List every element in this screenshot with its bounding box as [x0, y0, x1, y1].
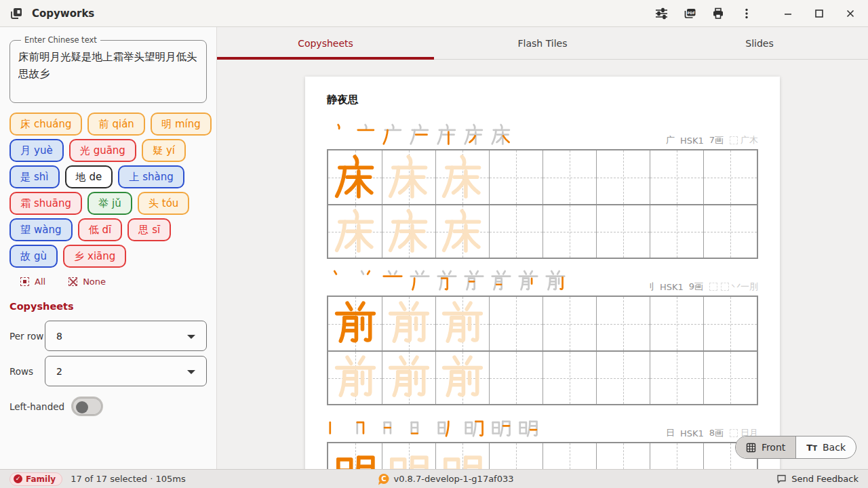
chip-pinyin: chuáng — [34, 118, 71, 130]
practice-cell — [489, 297, 542, 350]
practice-grid — [327, 296, 758, 405]
character-chip[interactable]: 光guāng — [69, 139, 136, 162]
stroke-count: 9画 — [689, 281, 703, 293]
character-chip[interactable]: 地de — [65, 165, 113, 188]
practice-grid — [327, 442, 758, 469]
select-none-label: None — [83, 277, 106, 287]
character-chip[interactable]: 上shàng — [118, 165, 184, 188]
practice-cell — [542, 352, 596, 404]
hanzi-glyph — [544, 270, 567, 293]
character-sections: 广HSK17画广木刂HSK19画丷一刖日HSK18画日月 — [327, 119, 758, 469]
select-none-button[interactable]: None — [68, 277, 106, 287]
copysheets-section-heading: Copysheets — [9, 301, 207, 312]
character-chip[interactable]: 故gù — [9, 245, 58, 268]
pdf-icon: PDF — [683, 7, 696, 20]
grid-icon — [746, 443, 756, 453]
practice-grid — [327, 149, 758, 259]
family-badge[interactable]: ✓ Family — [9, 472, 62, 486]
tab-flash-tiles[interactable]: Flash Tiles — [434, 27, 651, 59]
chip-hanzi: 望 — [20, 224, 31, 237]
menu-button[interactable] — [738, 5, 755, 22]
back-view-button[interactable]: TT Back — [795, 436, 856, 458]
chip-hanzi: 明 — [161, 118, 172, 131]
maximize-button[interactable] — [810, 4, 829, 23]
character-chip[interactable]: 明míng — [151, 113, 212, 136]
chinese-text-label: Enter Chinese text — [21, 35, 100, 45]
print-button[interactable] — [709, 5, 727, 22]
character-chip[interactable]: 是shì — [9, 165, 60, 188]
character-chip[interactable]: 月yuè — [9, 139, 64, 162]
chip-pinyin: yí — [166, 144, 175, 157]
tab-copysheets[interactable]: Copysheets — [217, 27, 434, 59]
front-view-button[interactable]: Front — [736, 436, 795, 458]
chip-pinyin: gù — [34, 250, 47, 262]
left-handed-label: Left-handed — [9, 401, 64, 412]
hanzi-glyph — [408, 416, 431, 439]
chip-pinyin: yuè — [34, 144, 53, 157]
hanzi-glyph — [332, 154, 379, 201]
chip-pinyin: dī — [102, 224, 112, 236]
practice-cell — [382, 205, 435, 258]
chip-hanzi: 疑 — [153, 144, 163, 157]
export-pdf-button[interactable]: PDF — [681, 5, 698, 22]
hanzi-glyph — [385, 208, 433, 256]
settings-sliders-button[interactable] — [652, 5, 670, 22]
per-row-label: Per row — [9, 331, 45, 342]
chip-pinyin: qián — [112, 118, 134, 130]
chip-hanzi: 举 — [98, 197, 108, 210]
practice-cell — [596, 205, 650, 258]
chip-hanzi: 是 — [20, 171, 31, 184]
practice-cell — [650, 443, 703, 469]
chip-row: 是shì地de上shàng — [9, 165, 207, 188]
character-chip[interactable]: 思sī — [127, 218, 171, 241]
send-feedback-button[interactable]: Send Feedback — [776, 474, 859, 484]
radical: 日 — [666, 427, 675, 439]
select-all-icon — [20, 277, 29, 286]
chip-hanzi: 床 — [20, 118, 31, 131]
chip-pinyin: shuāng — [34, 197, 71, 209]
character-chip[interactable]: 低dī — [78, 218, 123, 241]
ids-placeholder-icon — [730, 136, 738, 144]
practice-cell — [435, 297, 489, 350]
character-chip[interactable]: 举jǔ — [87, 192, 132, 215]
character-chip[interactable]: 乡xiāng — [63, 245, 126, 268]
practice-cell — [596, 150, 650, 204]
character-chip[interactable]: 头tóu — [138, 192, 190, 215]
copysheet-page: 静夜思 广HSK17画广木刂HSK19画丷一刖日HSK18画日月 — [305, 77, 780, 469]
grid-row — [328, 150, 757, 204]
practice-cell — [650, 352, 703, 404]
hanzi-glyph — [408, 123, 431, 146]
character-chip[interactable]: 望wàng — [9, 218, 73, 241]
check-circle-icon: ✓ — [14, 474, 22, 483]
close-button[interactable] — [841, 4, 860, 23]
hanzi-glyph — [439, 300, 486, 348]
grid-row — [328, 350, 757, 404]
hsk-level: HSK1 — [680, 136, 704, 146]
left-handed-toggle[interactable] — [71, 396, 103, 416]
hanzi-glyph — [439, 208, 486, 256]
hanzi-glyph — [462, 416, 486, 439]
rows-label: Rows — [9, 366, 45, 377]
practice-cell — [542, 297, 596, 350]
hanzi-glyph — [435, 416, 458, 439]
character-chip[interactable]: 前qián — [87, 113, 144, 136]
character-chip[interactable]: 床chuáng — [9, 113, 82, 136]
tab-slides[interactable]: Slides — [651, 27, 868, 59]
sliders-icon — [655, 7, 668, 20]
chinese-text-input[interactable] — [18, 49, 198, 96]
minimize-button[interactable] — [778, 4, 797, 23]
practice-cell — [382, 443, 435, 469]
chip-row: 霜shuāng举jǔ头tóu — [9, 192, 207, 215]
per-row-select[interactable]: 8 — [45, 321, 207, 351]
hanzi-glyph — [385, 354, 433, 402]
select-all-button[interactable]: All — [20, 277, 45, 287]
hanzi-glyph — [381, 123, 404, 146]
practice-cell — [703, 150, 757, 204]
hanzi-glyph — [490, 270, 513, 293]
hanzi-glyph — [327, 123, 350, 146]
chip-hanzi: 光 — [80, 144, 90, 157]
character-section: 日HSK18画日月 — [327, 412, 758, 469]
character-chip[interactable]: 霜shuāng — [9, 192, 82, 215]
character-chip[interactable]: 疑yí — [142, 139, 186, 162]
rows-select[interactable]: 2 — [45, 356, 207, 386]
